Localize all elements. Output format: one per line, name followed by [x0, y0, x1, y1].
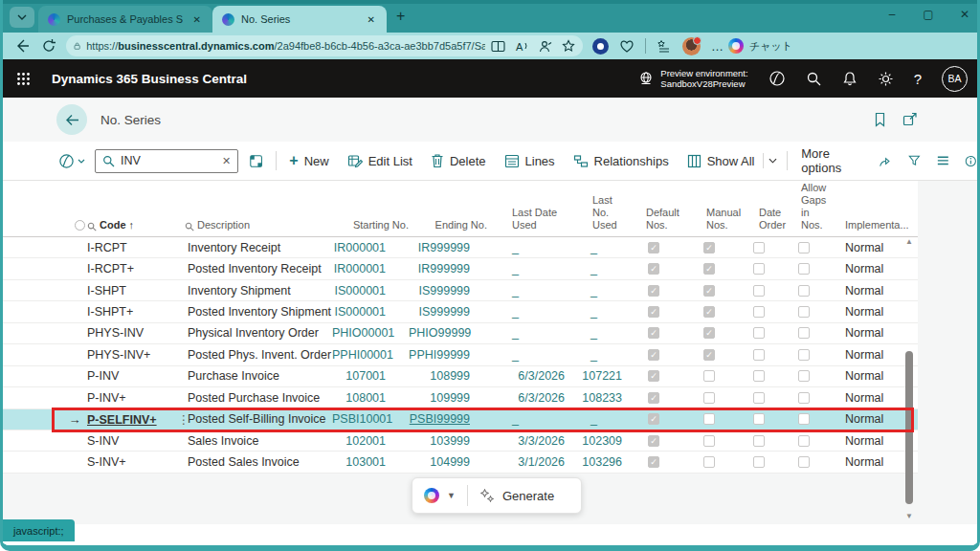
cell-ending-no[interactable]: IS999999 [409, 305, 489, 319]
cell-starting-no[interactable]: IR000001 [332, 262, 409, 276]
cell-implementation[interactable]: Normal [826, 391, 904, 405]
browser-essentials-icon[interactable] [619, 39, 635, 54]
delete-button[interactable]: Delete [431, 153, 486, 168]
page-back-button[interactable] [56, 104, 87, 135]
cell-manual-nos[interactable]: ✓ [682, 263, 736, 275]
back-icon[interactable] [14, 38, 30, 54]
cell-last-date-used[interactable]: _ [489, 326, 568, 340]
cell-starting-no[interactable]: PHIO00001 [332, 326, 409, 340]
cell-implementation[interactable]: Normal [826, 326, 904, 340]
user-avatar[interactable]: BA [942, 66, 968, 92]
analysis-mode-icon[interactable] [249, 153, 263, 169]
scrollbar-thumb[interactable] [905, 351, 913, 504]
cell-description[interactable]: Physical Inventory Order [169, 326, 332, 340]
cell-last-date-used[interactable]: _ [489, 262, 568, 276]
cell-description[interactable]: Inventory Receipt [169, 241, 332, 254]
environment-indicator[interactable]: Preview environment: SandboxV28Preview [638, 68, 747, 90]
app-title[interactable]: Dynamics 365 Business Central [52, 72, 247, 86]
cell-code[interactable]: PHYS-INV+ [87, 348, 169, 362]
cell-last-no-used[interactable]: 107221 [568, 369, 625, 383]
more-icon[interactable]: … [711, 39, 724, 54]
cell-manual-nos[interactable] [682, 413, 736, 425]
cell-ending-no[interactable]: PPHI99999 [409, 348, 489, 362]
cell-date-order[interactable] [736, 413, 782, 425]
cell-starting-no[interactable]: IS000001 [332, 305, 409, 319]
cell-default-nos[interactable]: ✓ [625, 349, 682, 361]
cell-code[interactable]: I-RCPT [87, 241, 169, 254]
more-options-button[interactable]: More options [801, 146, 861, 175]
cell-date-order[interactable] [736, 285, 782, 297]
table-scrollbar[interactable]: ▲ ▼ [903, 238, 915, 520]
table-row[interactable]: P-INV+ Posted Purchase Invoice 108001 10… [3, 387, 918, 408]
copilot-logo-icon[interactable] [424, 488, 439, 503]
cell-ending-no[interactable]: 109999 [409, 391, 489, 405]
cell-implementation[interactable]: Normal [826, 434, 904, 448]
column-header-starting-no[interactable]: Starting No. [332, 219, 409, 236]
cell-last-date-used[interactable]: _ [489, 348, 568, 362]
cell-description[interactable]: Posted Inventory Receipt [169, 262, 332, 276]
column-header-last-date-used[interactable]: Last Date Used [489, 207, 568, 236]
column-header-default-nos[interactable]: Default Nos. [625, 207, 682, 236]
cell-last-date-used[interactable]: 3/1/2026 [489, 455, 568, 469]
cell-last-date-used[interactable]: _ [489, 241, 568, 254]
cell-allow-gaps[interactable] [782, 242, 826, 253]
cell-ending-no[interactable]: PSBI99999 [409, 412, 489, 426]
cell-description[interactable]: Posted Phys. Invent. Order [169, 348, 332, 362]
cell-starting-no[interactable]: IR000001 [332, 241, 409, 254]
favorites-star-icon[interactable] [562, 39, 575, 53]
show-all-button[interactable]: Show All [687, 154, 755, 168]
cell-date-order[interactable] [736, 456, 782, 468]
cell-allow-gaps[interactable] [782, 370, 826, 382]
cell-manual-nos[interactable]: ✓ [682, 285, 736, 297]
cell-ending-no[interactable]: PHIO99999 [409, 326, 489, 340]
table-row[interactable]: PHYS-INV+ Posted Phys. Invent. Order PPH… [3, 344, 918, 365]
row-selector[interactable]: → [62, 412, 87, 427]
tab-purchases-payables-setup[interactable]: Purchases & Payables Setup ✕ [38, 6, 212, 33]
cell-last-date-used[interactable]: 6/3/2026 [489, 391, 568, 405]
cell-date-order[interactable] [736, 392, 782, 404]
cell-code[interactable]: P-INV+ [87, 391, 169, 405]
cell-date-order[interactable] [736, 435, 782, 447]
cell-manual-nos[interactable] [682, 435, 736, 447]
cell-date-order[interactable] [736, 349, 782, 361]
table-row[interactable]: I-RCPT+ Posted Inventory Receipt IR00000… [3, 258, 918, 279]
edit-list-button[interactable]: Edit List [347, 153, 412, 168]
show-all-chevron-icon[interactable] [768, 158, 777, 164]
cell-manual-nos[interactable]: ✓ [682, 327, 736, 339]
select-all-circle[interactable] [62, 220, 87, 236]
copilot-icon[interactable] [768, 70, 786, 87]
cell-starting-no[interactable]: 102001 [332, 434, 409, 448]
cell-starting-no[interactable]: IS000001 [332, 284, 409, 298]
collections-icon[interactable] [657, 39, 672, 54]
maximize-button[interactable]: ▢ [922, 8, 935, 21]
cell-last-date-used[interactable]: _ [489, 284, 568, 298]
cell-last-date-used[interactable]: _ [489, 305, 568, 319]
lines-button[interactable]: Lines [504, 154, 555, 168]
new-tab-button[interactable]: + [396, 8, 405, 25]
column-header-date-order[interactable]: Date Order [736, 207, 782, 236]
tab-close-icon[interactable]: ✕ [364, 12, 379, 27]
tab-no-series[interactable]: No. Series ✕ [212, 6, 387, 33]
cell-default-nos[interactable]: ✓ [625, 306, 682, 318]
column-header-description[interactable]: Description [169, 219, 332, 236]
search-icon[interactable] [806, 71, 822, 87]
cell-allow-gaps[interactable] [782, 392, 826, 404]
tab-search-button[interactable] [10, 7, 34, 28]
cell-implementation[interactable]: Normal [826, 262, 904, 276]
minimize-button[interactable]: – [885, 8, 899, 21]
cell-date-order[interactable] [736, 306, 782, 318]
cell-starting-no[interactable]: PPHI00001 [332, 348, 409, 362]
cell-implementation[interactable]: Normal [826, 455, 904, 469]
cell-manual-nos[interactable] [682, 392, 736, 404]
cell-default-nos[interactable]: ✓ [625, 392, 682, 404]
cell-last-no-used[interactable]: _ [568, 284, 625, 298]
cell-implementation[interactable]: Normal [826, 241, 904, 254]
cell-ending-no[interactable]: 103999 [409, 434, 489, 448]
cell-starting-no[interactable]: PSBI10001 [332, 412, 409, 426]
cell-last-date-used[interactable]: 6/3/2026 [489, 369, 568, 383]
cell-description[interactable]: Inventory Shipment [169, 284, 332, 298]
cell-last-no-used[interactable]: _ [568, 241, 625, 254]
cell-allow-gaps[interactable] [782, 435, 826, 447]
column-header-implementation[interactable]: Implementa... [826, 219, 904, 236]
cell-last-no-used[interactable]: 108233 [568, 391, 625, 405]
